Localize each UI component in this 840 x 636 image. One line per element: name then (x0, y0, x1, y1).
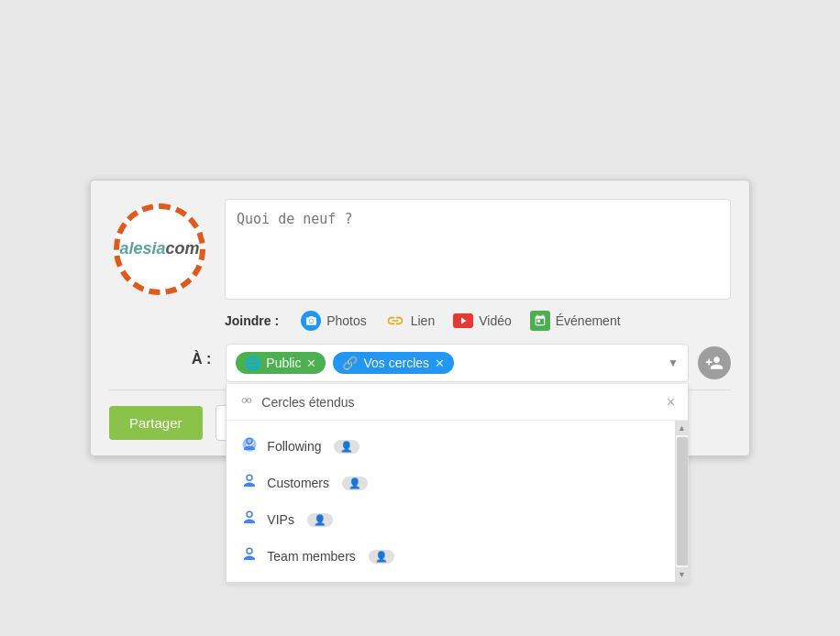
customers-label: Customers (267, 476, 329, 490)
joindre-actions: Photos Lien Vidéo (301, 311, 620, 331)
tag-cercles[interactable]: 🔗 Vos cercles ✕ (333, 352, 454, 374)
post-textarea[interactable] (225, 199, 731, 300)
tags-input-row[interactable]: 🌐 Public ✕ 🔗 Vos cercles ✕ ▼ (226, 344, 689, 382)
joindre-evenement[interactable]: Événement (530, 311, 621, 331)
vips-label: VIPs (267, 512, 294, 527)
list-item-following[interactable]: Following 👤 (227, 428, 675, 465)
tag-cercles-close[interactable]: ✕ (435, 356, 445, 370)
vips-count: 👤 (307, 513, 333, 527)
list-item-team-members[interactable]: Team members 👤 (227, 538, 675, 575)
scrollbar-thumb[interactable] (677, 437, 688, 565)
dropdown-header: Cercles étendus × (227, 384, 688, 421)
scrollbar-down[interactable]: ▼ (676, 567, 689, 582)
link-icon (385, 311, 405, 331)
team-members-label: Team members (267, 549, 355, 564)
svg-point-2 (248, 399, 252, 403)
logo-circle: alesiacom (114, 203, 205, 295)
lien-label: Lien (411, 313, 435, 328)
vips-icon (241, 510, 258, 530)
share-button[interactable]: Partager (109, 406, 203, 440)
svg-point-0 (309, 319, 313, 323)
joindre-lien[interactable]: Lien (385, 311, 435, 331)
play-icon (453, 313, 473, 328)
camera-icon (301, 311, 321, 331)
tag-public-label: Public (266, 356, 301, 370)
logo-text: alesiacom (119, 240, 199, 258)
following-label: Following (267, 439, 321, 454)
scrollbar-up[interactable]: ▲ (676, 421, 689, 435)
customers-count: 👤 (342, 477, 368, 490)
dropdown-header-text: Cercles étendus (261, 395, 658, 410)
following-count: 👤 (334, 440, 359, 454)
dropdown-panel: Cercles étendus × Following (226, 384, 689, 583)
dropdown-list: Following 👤 Customers 👤 (227, 421, 675, 582)
top-section: alesiacom (109, 199, 731, 300)
dropdown-arrow[interactable]: ▼ (668, 356, 679, 369)
logo-com: com (166, 239, 200, 258)
to-row: À : 🌐 Public ✕ 🔗 Vos cercles ✕ ▼ (192, 344, 731, 382)
extended-circles-icon (239, 393, 254, 411)
video-label: Vidéo (479, 313, 512, 328)
evenement-label: Événement (556, 313, 621, 328)
tags-and-dropdown: 🌐 Public ✕ 🔗 Vos cercles ✕ ▼ (226, 344, 689, 382)
dropdown-body: Following 👤 Customers 👤 (227, 421, 688, 582)
calendar-icon (530, 311, 550, 331)
logo-alesia: alesia (119, 239, 165, 258)
add-person-button[interactable] (698, 346, 731, 379)
following-icon (241, 436, 258, 456)
joindre-video[interactable]: Vidéo (453, 313, 512, 328)
tag-cercles-label: Vos cercles (363, 356, 429, 370)
to-label: À : (192, 344, 211, 367)
scrollbar[interactable]: ▲ ▼ (675, 421, 688, 582)
team-members-icon (241, 546, 258, 566)
list-item-vips[interactable]: VIPs 👤 (227, 501, 675, 538)
list-item-customers[interactable]: Customers 👤 (227, 465, 675, 501)
dropdown-close[interactable]: × (667, 394, 675, 411)
tag-public-close[interactable]: ✕ (306, 356, 316, 370)
modal: alesiacom Joindre : Photos (90, 180, 750, 456)
photos-label: Photos (326, 313, 367, 328)
joindre-photos[interactable]: Photos (301, 311, 367, 331)
tag-public[interactable]: 🌐 Public ✕ (236, 352, 326, 374)
joindre-row: Joindre : Photos Lien (225, 311, 731, 331)
globe-icon: 🌐 (245, 356, 260, 370)
joindre-label: Joindre : (225, 313, 279, 328)
logo-area: alesiacom (109, 199, 210, 300)
team-members-count: 👤 (369, 550, 394, 564)
circles-icon: 🔗 (342, 356, 358, 370)
svg-point-1 (242, 399, 247, 403)
customers-icon (241, 473, 258, 493)
